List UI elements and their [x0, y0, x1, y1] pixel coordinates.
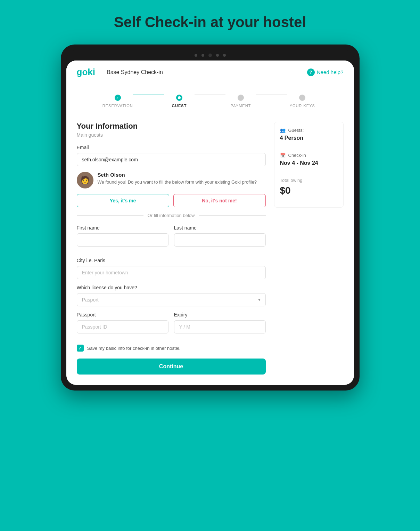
- save-info-label: Save my basic info for check-in in other…: [87, 346, 181, 351]
- yes-its-me-button[interactable]: Yes, it's me: [77, 194, 169, 207]
- step-label-reservation: RESERVATION: [102, 104, 133, 108]
- license-field-group: Which license do you have? Pasport Passp…: [77, 285, 266, 306]
- tablet-dot: [201, 54, 204, 57]
- step-payment: PAYMENT: [225, 95, 256, 108]
- owing-value: $0: [280, 185, 338, 196]
- city-input[interactable]: [77, 266, 266, 279]
- checkin-row: 📅 Check-in Nov 4 - Nov 24: [280, 153, 338, 172]
- city-label: City i.e. Paris: [77, 258, 266, 263]
- checkin-dates: Nov 4 - Nov 24: [280, 160, 338, 166]
- form-section: Your Information Main guests Email 🧑 Set…: [77, 122, 266, 375]
- calendar-icon: 📅: [280, 153, 286, 158]
- sidebar-card: 👥 Guests: 4 Person 📅 Check-in Nov 4 - No…: [274, 122, 344, 208]
- expiry-label: Expiry: [174, 312, 266, 317]
- step-label-your-keys: YOUR KEYS: [290, 104, 315, 108]
- expiry-group: Expiry: [174, 312, 266, 333]
- step-label-payment: PAYMENT: [231, 104, 251, 108]
- profile-card: 🧑 Seth Olson We found you! Do you want t…: [77, 172, 266, 188]
- city-field-group: City i.e. Paris: [77, 258, 266, 279]
- form-title: Your Information: [77, 122, 266, 131]
- profile-description: We found you! Do you want to fill the be…: [98, 179, 266, 185]
- guests-icon-label: 👥 Guests:: [280, 128, 338, 133]
- owing-label: Total owing: [280, 178, 338, 183]
- owing-row: Total owing $0: [280, 178, 338, 202]
- tablet-camera: [208, 54, 212, 57]
- step-circle-payment: [238, 95, 244, 101]
- step-line-3: [256, 95, 287, 95]
- sidebar-section: 👥 Guests: 4 Person 📅 Check-in Nov 4 - No…: [274, 122, 344, 375]
- passport-group: Passport: [77, 312, 168, 333]
- app-header: goki Base Sydney Check-in ? Need help?: [66, 61, 354, 84]
- step-circle-your-keys: [299, 95, 305, 101]
- page-title: Self Check-in at your hostel: [114, 14, 306, 31]
- passport-input[interactable]: [77, 320, 168, 333]
- save-info-checkbox[interactable]: ✓: [77, 345, 84, 352]
- step-circle-reservation: ✓: [115, 95, 121, 101]
- license-select-wrapper: Pasport Passport Driver's License Nation…: [77, 293, 266, 306]
- profile-info: Seth Olson We found you! Do you want to …: [98, 172, 266, 185]
- step-dot-guest: [178, 96, 181, 99]
- guests-icon: 👥: [280, 128, 286, 133]
- progress-container: ✓ RESERVATION GUEST: [66, 84, 354, 115]
- passport-label: Passport: [77, 312, 168, 317]
- avatar: 🧑: [77, 172, 93, 188]
- or-text: Or fill information below: [148, 213, 195, 218]
- or-line-left: [77, 215, 143, 216]
- hotel-name: Base Sydney Check-in: [107, 69, 163, 75]
- last-name-input[interactable]: [174, 233, 266, 247]
- save-info-row: ✓ Save my basic info for check-in in oth…: [77, 345, 266, 352]
- header-left: goki Base Sydney Check-in: [77, 67, 163, 78]
- tablet-dot: [216, 54, 219, 57]
- first-name-input[interactable]: [77, 233, 168, 247]
- main-content: Your Information Main guests Email 🧑 Set…: [66, 115, 354, 385]
- step-circle-guest: [176, 95, 182, 101]
- step-line-1: [133, 95, 164, 95]
- need-help-label: Need help?: [317, 69, 344, 75]
- or-divider: Or fill information below: [77, 213, 266, 218]
- checkin-icon-label: 📅 Check-in: [280, 153, 338, 158]
- need-help-button[interactable]: ? Need help?: [307, 69, 344, 76]
- step-check-reservation: ✓: [116, 96, 119, 100]
- last-name-group: Last name: [174, 225, 266, 247]
- step-reservation: ✓ RESERVATION: [102, 95, 133, 108]
- tablet-dot: [223, 54, 226, 57]
- header-divider: [101, 68, 101, 77]
- tablet-screen: goki Base Sydney Check-in ? Need help? ✓: [66, 61, 354, 385]
- email-label: Email: [77, 145, 266, 150]
- app-container: goki Base Sydney Check-in ? Need help? ✓: [66, 61, 354, 385]
- first-name-label: First name: [77, 225, 168, 231]
- step-your-keys: YOUR KEYS: [287, 95, 318, 108]
- first-name-group: First name: [77, 225, 168, 247]
- email-input[interactable]: [77, 153, 266, 166]
- step-guest: GUEST: [164, 95, 195, 108]
- no-its-not-me-button[interactable]: No, it's not me!: [173, 194, 266, 207]
- goki-logo: goki: [77, 67, 95, 78]
- step-line-2: [195, 95, 225, 95]
- profile-buttons: Yes, it's me No, it's not me!: [77, 194, 266, 207]
- name-fields-row: First name Last name: [77, 225, 266, 252]
- license-select[interactable]: Pasport Passport Driver's License Nation…: [77, 293, 266, 306]
- main-guests-label: Main guests: [77, 132, 266, 138]
- guests-row: 👥 Guests: 4 Person: [280, 128, 338, 147]
- profile-name: Seth Olson: [98, 172, 266, 178]
- checkbox-check-icon: ✓: [78, 346, 82, 351]
- license-label: Which license do you have?: [77, 285, 266, 290]
- guests-value: 4 Person: [280, 135, 338, 141]
- tablet-top-bar: [66, 50, 354, 61]
- email-field-group: Email: [77, 145, 266, 166]
- last-name-label: Last name: [174, 225, 266, 231]
- tablet-frame: goki Base Sydney Check-in ? Need help? ✓: [61, 45, 360, 391]
- guests-label: Guests:: [288, 128, 304, 133]
- checkin-label: Check-in: [288, 153, 306, 158]
- passport-fields-row: Passport Expiry: [77, 312, 266, 339]
- step-label-guest: GUEST: [172, 104, 187, 108]
- tablet-dot: [195, 54, 197, 57]
- continue-button[interactable]: Continue: [77, 359, 266, 375]
- progress-steps: ✓ RESERVATION GUEST: [102, 95, 318, 108]
- expiry-input[interactable]: [174, 320, 266, 333]
- or-line-right: [199, 215, 265, 216]
- help-icon: ?: [307, 69, 315, 76]
